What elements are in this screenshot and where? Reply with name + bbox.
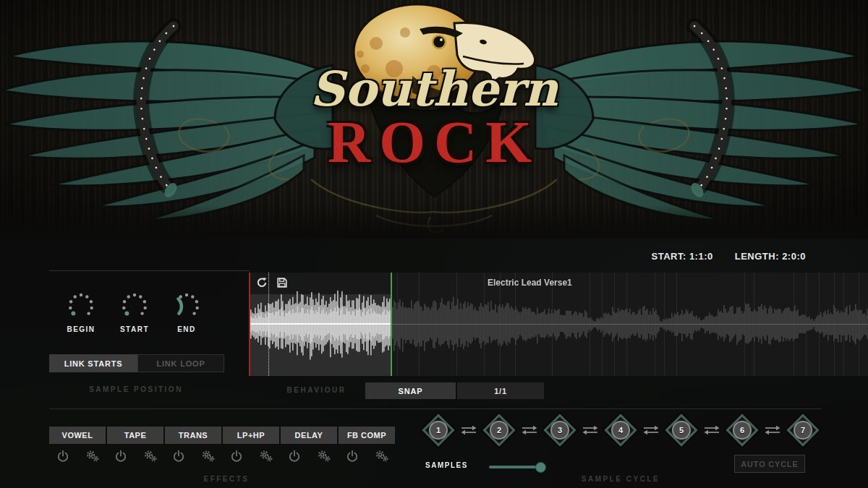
effect-unit: LP+HP — [223, 427, 279, 463]
effect-icons — [223, 444, 279, 463]
length-value: 2:0:0 — [782, 251, 806, 262]
save-icon[interactable] — [276, 277, 288, 291]
power-icon[interactable] — [114, 450, 127, 463]
sample-slot[interactable]: 2 — [483, 414, 515, 446]
sample-name: Electric Lead Verse1 — [488, 278, 572, 288]
start-readout: START: 1:1:0 — [651, 251, 712, 262]
swap-arrows-icon[interactable] — [576, 424, 605, 436]
effect-icons — [49, 444, 106, 463]
begin-knob-label: BEGIN — [56, 325, 106, 333]
waveform-display[interactable]: Electric Lead Verse1 — [249, 273, 868, 376]
sample-slot[interactable]: 3 — [544, 414, 576, 446]
sample-slot[interactable]: 4 — [605, 414, 637, 446]
effect-icons — [165, 444, 221, 463]
effect-button[interactable]: FB COMP — [339, 427, 395, 444]
gears-icon[interactable] — [317, 450, 331, 463]
effect-button[interactable]: VOWEL — [49, 427, 106, 444]
effect-unit: TAPE — [107, 427, 163, 463]
auto-cycle-button[interactable]: AUTO CYCLE — [734, 455, 805, 473]
link-loop-button[interactable]: LINK LOOP — [137, 354, 224, 372]
sample-position-divider — [49, 270, 250, 271]
effect-button[interactable]: TRANS — [165, 427, 221, 444]
sample-slot-number: 7 — [793, 421, 812, 440]
sample-slot[interactable]: 7 — [787, 414, 819, 446]
logo-title-main: ROCK — [0, 108, 868, 176]
swap-arrows-icon[interactable] — [515, 424, 544, 436]
power-icon[interactable] — [230, 450, 243, 463]
samples-label: SAMPLES — [425, 461, 468, 469]
start-knob-label: START — [109, 325, 160, 333]
gears-icon[interactable] — [143, 450, 158, 463]
sample-cycle-section-label: SAMPLE CYCLE — [563, 475, 678, 483]
behaviour-label: BEHAVIOUR — [286, 386, 347, 394]
division-button[interactable]: 1/1 — [457, 382, 544, 399]
link-starts-button[interactable]: LINK STARTS — [49, 354, 137, 372]
sample-slot[interactable]: 5 — [665, 414, 697, 446]
power-icon[interactable] — [56, 450, 69, 463]
sample-slot-number: 4 — [611, 421, 630, 440]
power-icon[interactable] — [346, 450, 359, 463]
effect-icons — [107, 444, 163, 463]
effect-unit: DELAY — [281, 427, 337, 463]
swap-arrows-icon[interactable] — [758, 424, 787, 436]
start-value: 1:1:0 — [689, 251, 713, 262]
section-divider — [49, 408, 821, 409]
swap-arrows-icon[interactable] — [697, 424, 726, 436]
effect-icons — [339, 444, 395, 463]
waveform-center-line-dim — [391, 324, 868, 325]
gears-icon[interactable] — [85, 450, 100, 463]
effect-unit: TRANS — [165, 427, 221, 463]
effects-row: VOWEL TAPE — [49, 427, 395, 463]
effect-button[interactable]: DELAY — [281, 427, 337, 444]
control-panel: START: 1:1:0 LENGTH: 2:0:0 — [0, 239, 868, 488]
sample-position-section-label: SAMPLE POSITION — [49, 385, 223, 393]
effect-button[interactable]: TAPE — [107, 427, 163, 444]
length-label: LENGTH: — [735, 251, 779, 262]
banner: Southern ROCK — [0, 0, 868, 239]
begin-knob[interactable] — [68, 293, 94, 319]
effect-icons — [281, 444, 337, 463]
end-knob[interactable] — [174, 293, 200, 319]
effect-button[interactable]: LP+HP — [223, 427, 279, 444]
sample-start-marker[interactable] — [249, 273, 250, 376]
refresh-icon[interactable] — [256, 277, 268, 291]
effect-unit: FB COMP — [339, 427, 395, 463]
gears-icon[interactable] — [375, 450, 389, 463]
snap-position-line[interactable] — [268, 273, 269, 376]
swap-arrows-icon[interactable] — [637, 424, 665, 436]
effects-section-label: EFFECTS — [169, 475, 284, 483]
waveform-center-line — [249, 323, 391, 325]
sample-end-marker[interactable] — [391, 273, 392, 376]
sample-slot-number: 6 — [733, 421, 752, 440]
sample-slot-number: 5 — [672, 421, 691, 440]
position-readout: START: 1:1:0 LENGTH: 2:0:0 — [651, 251, 806, 262]
sample-slot[interactable]: 1 — [422, 414, 454, 446]
gears-icon[interactable] — [259, 450, 273, 463]
swap-arrows-icon[interactable] — [454, 424, 483, 436]
start-label: START: — [651, 251, 686, 262]
sample-slot-number: 2 — [490, 421, 509, 440]
gears-icon[interactable] — [201, 450, 216, 463]
end-knob-label: END — [161, 325, 212, 333]
start-knob[interactable] — [122, 293, 148, 319]
samples-slider[interactable] — [489, 466, 542, 468]
snap-button[interactable]: SNAP — [365, 382, 456, 399]
length-readout: LENGTH: 2:0:0 — [735, 251, 806, 262]
southern-rock-instrument: Southern ROCK START: 1:1:0 LENGTH: 2:0:0 — [0, 0, 868, 488]
samples-slider-handle[interactable] — [535, 462, 546, 473]
power-icon[interactable] — [172, 450, 185, 463]
sample-cycle-row: 1 2 3 4 — [422, 414, 819, 446]
effect-unit: VOWEL — [49, 427, 106, 463]
sample-slot-number: 1 — [429, 421, 448, 440]
sample-slot-number: 3 — [550, 421, 569, 440]
sample-slot[interactable]: 6 — [726, 414, 758, 446]
power-icon[interactable] — [288, 450, 301, 463]
banner-fade — [0, 205, 868, 239]
